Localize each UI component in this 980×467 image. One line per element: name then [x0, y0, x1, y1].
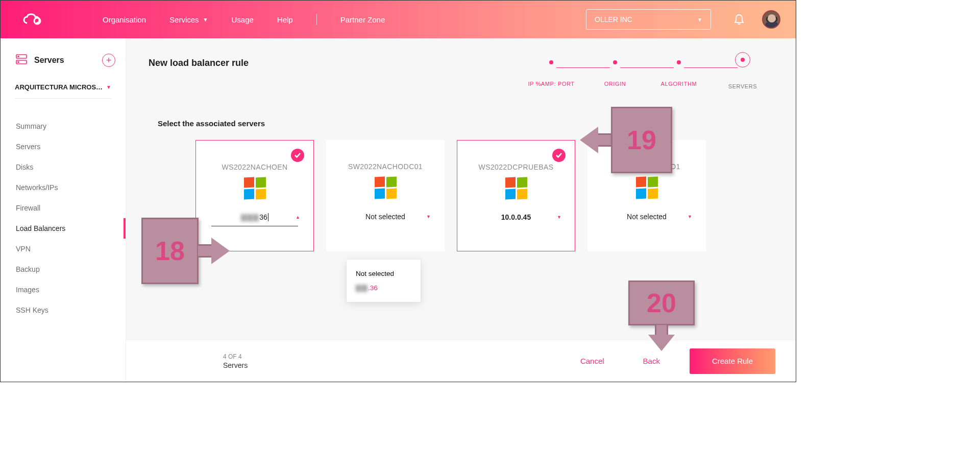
- sidebar-item-summary[interactable]: Summary: [1, 116, 126, 136]
- sidebar-item-networks[interactable]: Networks/IPs: [1, 177, 126, 198]
- section-heading: Select the associated servers: [158, 119, 773, 128]
- windows-icon: [244, 177, 265, 199]
- wizard-footer: 4 OF 4 Servers Cancel Back Create Rule: [126, 340, 796, 382]
- windows-icon: [636, 177, 657, 198]
- server-card[interactable]: WS2022DCPRUEBAS 10.0.0.45 ▼: [457, 140, 575, 251]
- progress-label: Servers: [223, 361, 248, 369]
- ip-dropdown-menu: Not selected ▇▇.36: [347, 260, 421, 302]
- sidebar-item-load-balancers[interactable]: Load Balancers: [1, 218, 126, 239]
- nav-usage[interactable]: Usage: [232, 15, 254, 24]
- nav-partner-zone[interactable]: Partner Zone: [340, 15, 385, 24]
- chevron-down-icon: ▼: [426, 214, 431, 219]
- server-name: SW22DNSNACHO1: [613, 162, 680, 171]
- cancel-button[interactable]: Cancel: [571, 353, 614, 369]
- windows-icon: [375, 177, 396, 198]
- user-avatar[interactable]: [762, 10, 780, 29]
- server-ip-dropdown[interactable]: Not selected ▼: [603, 213, 690, 221]
- project-dropdown[interactable]: ARQUITECTURA MICROS… ▼: [15, 83, 111, 99]
- server-name: WS2022DCPRUEBAS: [479, 163, 554, 171]
- org-dropdown-value: OLLER INC: [595, 15, 632, 24]
- progress-step: 4 OF 4: [223, 353, 248, 360]
- sidebar-nav: Summary Servers Disks Networks/IPs Firew…: [1, 116, 126, 320]
- servers-icon: [16, 54, 27, 66]
- check-icon: [291, 149, 304, 162]
- chevron-up-icon: ▲: [296, 215, 300, 220]
- step-ip-port[interactable]: IP %AMP: PORT: [521, 60, 582, 87]
- brand-logo: [21, 11, 46, 28]
- sidebar-item-ssh-keys[interactable]: SSH Keys: [1, 300, 126, 320]
- server-card[interactable]: SW22DNSNACHO1 Not selected ▼: [587, 140, 706, 251]
- nav-organisation[interactable]: Organisation: [103, 15, 146, 24]
- chevron-down-icon: ▼: [697, 17, 702, 22]
- svg-point-3: [18, 56, 19, 57]
- sidebar-item-backup[interactable]: Backup: [1, 259, 126, 279]
- server-ip-dropdown[interactable]: 10.0.0.45 ▼: [473, 213, 559, 221]
- dropdown-option-not-selected[interactable]: Not selected: [356, 267, 411, 281]
- create-rule-button[interactable]: Create Rule: [690, 348, 775, 374]
- nav-services[interactable]: Services▼: [169, 15, 208, 24]
- top-nav: Organisation Services▼ Usage Help Partne…: [103, 14, 385, 25]
- chevron-down-icon: ▼: [557, 215, 561, 220]
- sidebar-item-disks[interactable]: Disks: [1, 157, 126, 177]
- check-icon: [552, 149, 566, 162]
- wizard-stepper: IP %AMP: PORT ORIGIN ALGORITHM SERVERS: [521, 58, 773, 89]
- server-card[interactable]: WS2022NACHOEN ▇▇▇36 ▲: [195, 140, 314, 251]
- page-title: New load balancer rule: [149, 58, 249, 68]
- server-card[interactable]: SW2022NACHODC01 Not selected ▼: [326, 140, 445, 251]
- chevron-down-icon: ▼: [106, 84, 111, 90]
- dropdown-option-ip[interactable]: ▇▇.36: [356, 281, 411, 295]
- notifications-button[interactable]: [731, 12, 747, 27]
- sidebar-item-vpn[interactable]: VPN: [1, 239, 126, 259]
- nav-help[interactable]: Help: [277, 15, 293, 24]
- sidebar-item-images[interactable]: Images: [1, 279, 126, 300]
- org-dropdown[interactable]: OLLER INC ▼: [586, 9, 711, 30]
- server-name: WS2022NACHOEN: [222, 163, 288, 171]
- svg-point-4: [18, 62, 19, 63]
- step-origin[interactable]: ORIGIN: [584, 60, 646, 87]
- nav-separator: [316, 14, 317, 25]
- progress-indicator: 4 OF 4 Servers: [223, 353, 248, 369]
- server-name: SW2022NACHODC01: [348, 162, 423, 171]
- sidebar-section-title: Servers: [34, 56, 64, 65]
- main-content: New load balancer rule IP %AMP: PORT ORI…: [126, 38, 796, 382]
- top-header: Organisation Services▼ Usage Help Partne…: [1, 1, 796, 38]
- server-cards: WS2022NACHOEN ▇▇▇36 ▲ SW2022NACHODC01 No…: [149, 140, 773, 251]
- chevron-down-icon: ▼: [203, 17, 208, 22]
- windows-icon: [505, 177, 527, 199]
- server-ip-dropdown[interactable]: Not selected ▼: [342, 213, 429, 221]
- sidebar-item-firewall[interactable]: Firewall: [1, 198, 126, 218]
- sidebar-item-servers[interactable]: Servers: [1, 136, 126, 157]
- add-server-button[interactable]: +: [102, 54, 115, 67]
- sidebar: Servers + ARQUITECTURA MICROS… ▼ Summary…: [1, 38, 126, 382]
- back-button[interactable]: Back: [634, 353, 669, 369]
- project-name: ARQUITECTURA MICROS…: [15, 83, 103, 91]
- step-algorithm[interactable]: ALGORITHM: [648, 60, 709, 87]
- chevron-down-icon: ▼: [688, 214, 692, 219]
- server-ip-dropdown[interactable]: ▇▇▇36 ▲: [211, 213, 298, 221]
- step-servers[interactable]: SERVERS: [712, 58, 773, 89]
